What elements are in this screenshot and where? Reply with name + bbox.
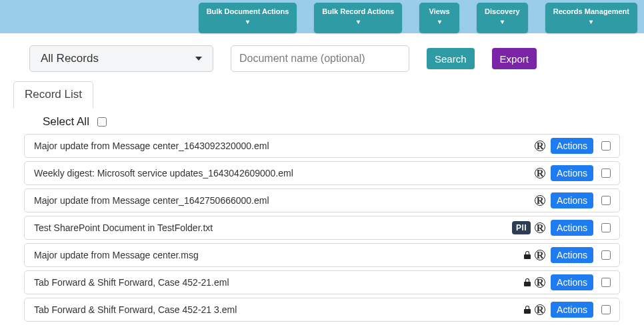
record-icon: R: [535, 222, 545, 233]
dropdown-value: All Records: [41, 52, 99, 65]
lock-icon: [524, 306, 531, 314]
table-row: Tab Forward & Shift Forward, Case 452-21…: [24, 270, 620, 294]
discovery-menu[interactable]: Discovery ▾: [477, 3, 528, 33]
tab-record-list[interactable]: Record List: [13, 81, 93, 108]
table-row: Major update from Message center_1642750…: [24, 188, 620, 212]
record-name: Major update from Message center_1643092…: [34, 141, 535, 151]
tabs: Record List: [0, 81, 644, 108]
bulk-doc-actions-menu[interactable]: Bulk Document Actions ▾: [199, 3, 297, 33]
record-icon: R: [535, 250, 545, 260]
row-checkbox[interactable]: [601, 305, 611, 314]
record-icon: R: [535, 195, 545, 206]
top-nav-bar: Bulk Document Actions ▾ Bulk Record Acti…: [0, 0, 644, 33]
actions-button[interactable]: Actions: [551, 220, 593, 236]
badge-group: R: [535, 195, 545, 206]
record-name: Test SharePoint Document in TestFolder.t…: [34, 222, 512, 233]
row-checkbox[interactable]: [601, 168, 611, 178]
badge-group: PIIR: [512, 221, 545, 234]
actions-button[interactable]: Actions: [551, 302, 593, 318]
filter-bar: All Records Search Export: [0, 33, 644, 81]
menu-label: Bulk Record Actions: [322, 7, 394, 15]
actions-button[interactable]: Actions: [551, 165, 593, 181]
badge-group: R: [524, 304, 545, 315]
caret-down-icon: ▾: [322, 18, 394, 27]
search-button[interactable]: Search: [427, 48, 475, 69]
badge-group: R: [524, 277, 545, 288]
record-icon: R: [535, 304, 545, 315]
table-row: Test SharePoint Document in TestFolder.t…: [24, 216, 620, 240]
record-name: Weekly digest: Microsoft service updates…: [34, 168, 535, 178]
menu-label: Discovery: [485, 7, 520, 15]
record-icon: R: [535, 141, 545, 151]
export-button[interactable]: Export: [492, 48, 537, 69]
select-all-checkbox[interactable]: [97, 117, 107, 127]
caret-down-icon: ▾: [427, 18, 451, 27]
record-name: Tab Forward & Shift Forward, Case 452-21…: [34, 277, 524, 288]
caret-down-icon: ▾: [485, 18, 520, 27]
caret-down-icon: [195, 57, 202, 61]
record-icon: R: [535, 277, 545, 288]
record-name: Major update from Message center.msg: [34, 250, 524, 260]
row-checkbox[interactable]: [601, 223, 611, 232]
document-name-input[interactable]: [231, 45, 409, 72]
record-name: Major update from Message center_1642750…: [34, 195, 535, 206]
record-type-dropdown[interactable]: All Records: [29, 45, 213, 72]
actions-button[interactable]: Actions: [551, 138, 593, 154]
badge-group: R: [524, 250, 545, 260]
row-checkbox[interactable]: [601, 196, 611, 205]
actions-button[interactable]: Actions: [551, 192, 593, 208]
select-all-row: Select All: [0, 108, 644, 134]
record-name: Tab Forward & Shift Forward, Case 452-21…: [34, 304, 524, 315]
row-checkbox[interactable]: [601, 278, 611, 287]
menu-label: Views: [429, 7, 450, 15]
table-row: Major update from Message center_1643092…: [24, 134, 620, 158]
record-list: Major update from Message center_1643092…: [0, 134, 644, 332]
badge-group: R: [535, 141, 545, 151]
views-menu[interactable]: Views ▾: [419, 3, 459, 33]
actions-button[interactable]: Actions: [551, 274, 593, 290]
lock-icon: [524, 251, 531, 259]
bulk-record-actions-menu[interactable]: Bulk Record Actions ▾: [314, 3, 402, 33]
row-checkbox[interactable]: [601, 250, 611, 260]
table-row: Weekly digest: Microsoft service updates…: [24, 161, 620, 185]
table-row: Tab Forward & Shift Forward, Case 452-21…: [24, 298, 620, 322]
badge-group: R: [535, 168, 545, 178]
row-checkbox[interactable]: [601, 141, 611, 151]
actions-button[interactable]: Actions: [551, 247, 593, 263]
caret-down-icon: ▾: [207, 18, 289, 27]
table-row: Major update from Message center.msgRAct…: [24, 243, 620, 267]
pii-badge: PII: [512, 221, 531, 234]
menu-label: Bulk Document Actions: [207, 7, 289, 15]
record-icon: R: [535, 168, 545, 178]
caret-down-icon: ▾: [553, 18, 629, 27]
lock-icon: [524, 278, 531, 286]
records-mgmt-menu[interactable]: Records Management ▾: [545, 3, 637, 33]
select-all-label: Select All: [43, 115, 89, 129]
menu-label: Records Management: [553, 7, 629, 15]
